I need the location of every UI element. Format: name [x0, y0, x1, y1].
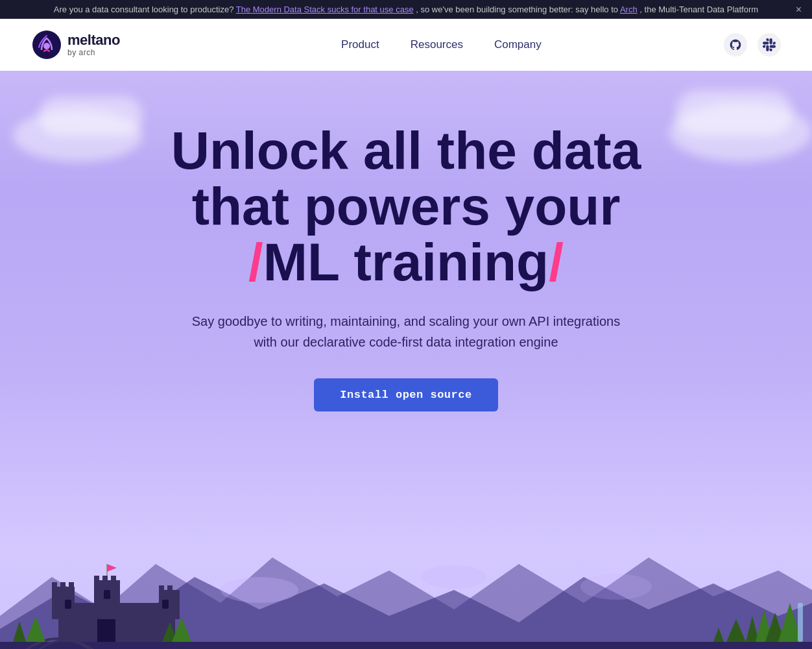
svg-rect-19: [159, 585, 164, 592]
svg-point-36: [580, 574, 652, 600]
svg-marker-29: [107, 564, 117, 572]
svg-rect-20: [167, 585, 173, 592]
svg-rect-15: [94, 580, 120, 619]
banner-link-arch[interactable]: Arch: [620, 5, 638, 14]
svg-rect-22: [102, 576, 108, 582]
hero-title-accent-open: /: [248, 232, 263, 291]
banner-link-modern-data-stack[interactable]: The Modern Data Stack sucks for that use…: [236, 5, 414, 14]
hero-title-line3: ML training: [263, 232, 549, 291]
svg-rect-23: [111, 576, 116, 582]
slack-icon: [763, 38, 776, 51]
hero-title: Unlock all the data that powers your /ML…: [171, 123, 641, 290]
svg-rect-11: [798, 603, 803, 642]
svg-rect-16: [52, 582, 57, 589]
hero-title-line2: that powers your: [192, 177, 621, 236]
install-open-source-button[interactable]: Install open source: [314, 378, 497, 411]
logo[interactable]: meltano by arch: [31, 29, 120, 60]
announcement-banner: Are you a data consultant looking to pro…: [0, 0, 812, 19]
nav-links: Product Resources Company: [159, 38, 724, 51]
svg-rect-21: [94, 576, 99, 582]
svg-rect-24: [65, 600, 71, 609]
banner-close-button[interactable]: ×: [796, 4, 802, 16]
nav-resources[interactable]: Resources: [411, 38, 463, 51]
svg-rect-18: [69, 582, 74, 589]
hero-content: Unlock all the data that powers your /ML…: [145, 71, 667, 411]
hero-subtitle: Say goodbye to writing, maintaining, and…: [185, 311, 627, 352]
hero-section: Unlock all the data that powers your /ML…: [0, 71, 812, 649]
svg-rect-26: [104, 590, 110, 599]
banner-text: Are you a data consultant looking to pro…: [54, 5, 758, 14]
logo-sub-brand: by arch: [67, 49, 120, 57]
github-button[interactable]: [724, 33, 747, 56]
hero-title-accent-close: /: [549, 232, 564, 291]
navbar: meltano by arch Product Resources Compan…: [0, 19, 812, 71]
logo-brand-name: meltano: [67, 32, 120, 48]
svg-point-1: [43, 43, 50, 49]
svg-rect-25: [162, 600, 169, 609]
meltano-logo-icon: [31, 29, 62, 60]
nav-icons: [724, 33, 781, 56]
slack-button[interactable]: [758, 33, 781, 56]
github-icon: [729, 38, 742, 51]
landscape-illustration: [0, 525, 812, 649]
hero-title-line1: Unlock all the data: [171, 121, 641, 180]
cloud-decoration-2: [39, 97, 143, 136]
svg-rect-17: [60, 582, 66, 589]
logo-text-group: meltano by arch: [67, 32, 120, 56]
svg-point-34: [221, 577, 298, 603]
cloud-decoration-4: [676, 90, 793, 136]
svg-rect-14: [159, 590, 180, 619]
nav-product[interactable]: Product: [341, 38, 379, 51]
svg-point-35: [422, 565, 486, 589]
svg-rect-4: [0, 642, 812, 649]
nav-company[interactable]: Company: [494, 38, 542, 51]
svg-rect-27: [97, 619, 115, 642]
